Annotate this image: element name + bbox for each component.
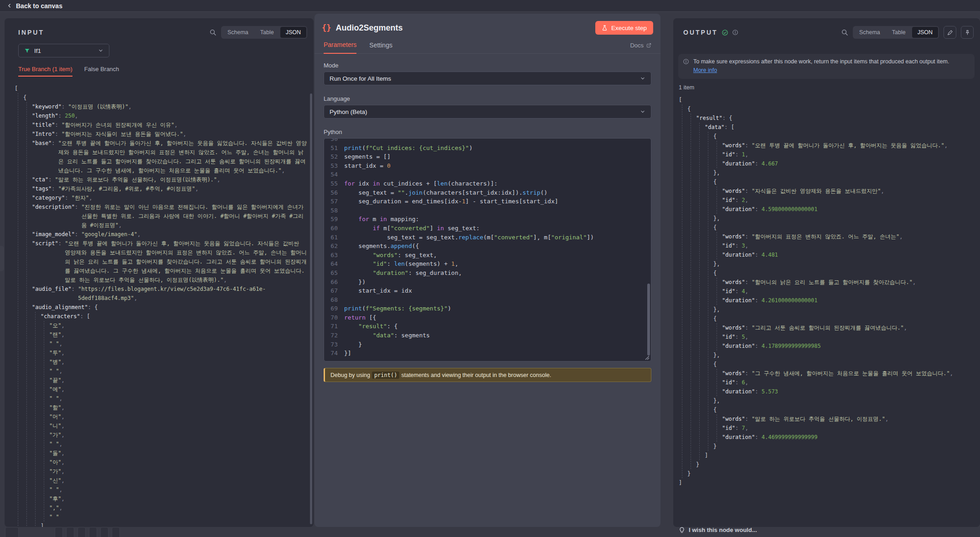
json-line: "id": 3, xyxy=(722,241,974,250)
editor-scrollbar[interactable] xyxy=(647,284,650,356)
code-line: 64 "id": len(segments) + 1, xyxy=(324,259,651,268)
json-line: "tags": "#가족의사랑, #그리움, #위로, #추억, #이정표명", xyxy=(32,184,307,193)
resize-grip-icon[interactable] xyxy=(645,356,650,360)
branch-tab-true[interactable]: True Branch (1 item) xyxy=(18,66,72,77)
filter-icon xyxy=(24,48,30,54)
json-line: " ", xyxy=(49,485,307,494)
lightbulb-icon xyxy=(679,527,685,533)
code-line: 72 "data": segments xyxy=(324,331,651,340)
tab-settings[interactable]: Settings xyxy=(369,41,392,53)
json-children: "words": "그리고 서툰 솜씨로 할머니의 된장찌개를 끓여냈습니다."… xyxy=(717,323,974,351)
edit-output-button[interactable] xyxy=(944,26,956,39)
branch-tab-false[interactable]: False Branch xyxy=(84,66,119,77)
line-number: 73 xyxy=(324,340,344,349)
code-line: 70return [{ xyxy=(324,313,651,322)
pin-data-button[interactable] xyxy=(961,26,974,39)
json-line: "length": 250, xyxy=(32,111,307,120)
json-line: "에", xyxy=(49,385,307,394)
node-tabs: Parameters Settings Docs xyxy=(315,41,660,54)
json-line: "words": "자식들은 값비싼 영양제와 용돈을 보내드렸지만", xyxy=(722,186,974,196)
code-line: 67 start_idx = idx xyxy=(324,286,651,295)
tab-parameters[interactable]: Parameters xyxy=(324,41,356,54)
code-line: 66 }) xyxy=(324,278,651,287)
json-line: "script": "오랜 투병 끝에 할머니가 돌아가신 후, 할아버지는 웃… xyxy=(32,239,307,284)
code-line: 73 } xyxy=(324,340,651,349)
output-view-switch: Schema Table JSON xyxy=(853,26,939,39)
panel-collapse-handle[interactable] xyxy=(0,246,4,271)
json-line: "category": "한자", xyxy=(32,193,307,202)
canvas-toolbar-button xyxy=(66,527,74,537)
json-line: "audio_file": "https://files.blogagent.k… xyxy=(32,284,307,303)
node-title: Audio2Segments xyxy=(335,23,402,33)
input-source-node-select[interactable]: If1 xyxy=(18,44,109,57)
node-panel: {} Audio2Segments Execute step Parameter… xyxy=(315,14,660,527)
flask-icon xyxy=(602,25,608,31)
execute-step-button[interactable]: Execute step xyxy=(595,21,653,35)
output-callout: To make sure expressions after this node… xyxy=(678,54,975,79)
output-view-tab-json[interactable]: JSON xyxy=(912,27,938,38)
json-line: "image_model": "google/imagen-4", xyxy=(32,230,307,239)
input-view-tab-table[interactable]: Table xyxy=(255,27,279,38)
json-line: "duration": 4.481 xyxy=(722,250,974,259)
line-number: 55 xyxy=(324,179,344,188)
output-view-tab-schema[interactable]: Schema xyxy=(854,27,886,38)
json-line: [ xyxy=(15,84,307,93)
json-line: "id": 7, xyxy=(722,423,974,433)
code-editor[interactable]: 5051print(f"Cut indices: {cut_indices}")… xyxy=(324,138,651,361)
code-line: 54 xyxy=(324,170,651,179)
code-line: 58 xyxy=(324,206,651,215)
wish-label: I wish this node would... xyxy=(689,527,757,533)
canvas-toolbar-button xyxy=(55,527,63,537)
input-panel-title: INPUT xyxy=(18,29,44,36)
line-number: 58 xyxy=(324,206,344,215)
output-view-tab-table[interactable]: Table xyxy=(887,27,911,38)
line-number: 54 xyxy=(324,170,344,179)
chevron-down-icon xyxy=(640,109,645,114)
json-line: "가", xyxy=(49,430,307,439)
more-info-link[interactable]: More info xyxy=(693,66,717,75)
json-children: "words": "할머니의 낡은 요리 노트를 들고 할아버지를 찾아갔습니다… xyxy=(717,278,974,305)
json-children: "words": "오랜 투병 끝에 할머니가 돌아가신 후, 할아버지는 웃음… xyxy=(717,141,974,168)
input-json-viewer: [{"keyword": "이정표명 (以情表明)","length": 250… xyxy=(5,83,314,527)
input-source-node-label: If1 xyxy=(34,47,41,54)
success-check-icon xyxy=(722,29,728,36)
json-line: " ", xyxy=(49,439,307,449)
json-children: "characters": ["오","랜"," ","투","병"," ","… xyxy=(35,312,307,527)
docs-link[interactable]: Docs xyxy=(630,42,651,53)
json-line: { xyxy=(713,223,974,232)
pencil-icon xyxy=(947,30,953,36)
line-number: 50 xyxy=(324,138,344,144)
json-line: [ xyxy=(679,95,974,104)
json-line: "title": "할아버지가 손녀의 된장찌개에 우신 이유", xyxy=(32,120,307,129)
input-panel: INPUT Schema Table JSON If1 True Branch … xyxy=(5,18,314,527)
branch-tabs: True Branch (1 item) False Branch xyxy=(18,66,314,77)
line-number: 52 xyxy=(324,152,344,161)
back-to-canvas-button[interactable]: Back to canvas xyxy=(6,2,62,10)
canvas-toolbar-button xyxy=(77,527,86,537)
external-link-icon xyxy=(646,43,651,48)
json-line: }, xyxy=(713,396,974,405)
line-number: 57 xyxy=(324,197,344,206)
json-line: "니", xyxy=(49,421,307,430)
code-line: 57 seg_duration = end_times[idx-1] - sta… xyxy=(324,197,651,206)
output-info-icon[interactable] xyxy=(732,29,738,36)
mode-select[interactable]: Run Once for All Items xyxy=(324,72,651,85)
wish-feedback-button[interactable]: I wish this node would... xyxy=(679,527,757,533)
json-line: "돌", xyxy=(49,449,307,458)
json-line: "Intro": "할아버지는 자식들이 보낸 용돈을 밀어냈다.", xyxy=(32,129,307,139)
json-line: "words": "그리고 서툰 솜씨로 할머니의 된장찌개를 끓여냈습니다."… xyxy=(722,323,974,332)
json-line: "신", xyxy=(49,476,307,485)
code-line: 55for idx in cut_indices + [len(characte… xyxy=(324,179,651,188)
line-number: 70 xyxy=(324,313,344,322)
input-search-icon[interactable] xyxy=(209,29,217,36)
json-line: "끝", xyxy=(49,376,307,385)
json-line: "랜", xyxy=(49,330,307,339)
language-select[interactable]: Python (Beta) xyxy=(324,105,651,119)
input-scrollbar[interactable] xyxy=(310,93,312,524)
input-view-tab-json[interactable]: JSON xyxy=(280,27,306,38)
output-search-icon[interactable] xyxy=(841,29,848,36)
line-number: 72 xyxy=(324,331,344,340)
input-view-tab-schema[interactable]: Schema xyxy=(222,27,254,38)
code-line: 65 "duration": seg_duration, xyxy=(324,268,651,278)
line-number: 61 xyxy=(324,233,344,242)
